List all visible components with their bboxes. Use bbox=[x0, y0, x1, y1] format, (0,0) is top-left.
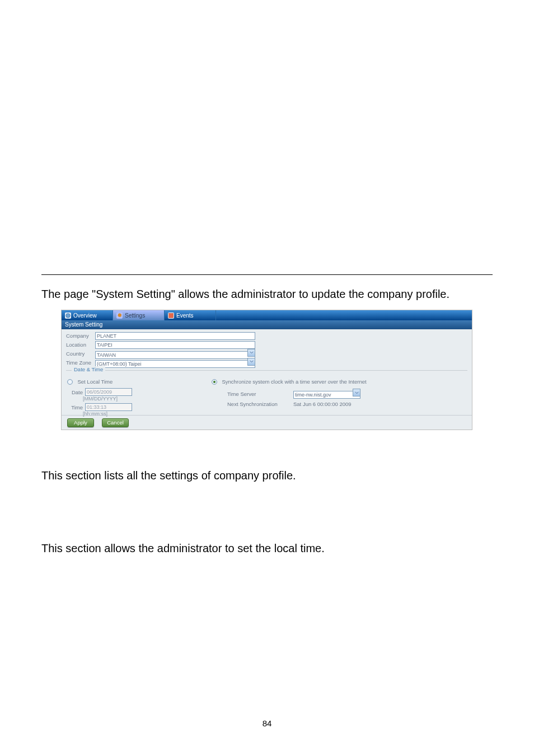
time-input[interactable] bbox=[85, 403, 132, 411]
timezone-label: Time Zone bbox=[66, 360, 95, 366]
intro-paragraph: The page "System Setting" allows the adm… bbox=[41, 288, 493, 301]
next-sync-value: Sat Jun 6 00:00:00 2009 bbox=[293, 401, 352, 407]
tab-label: Overview bbox=[73, 312, 97, 319]
svg-rect-1 bbox=[169, 313, 174, 318]
tab-events[interactable]: Events bbox=[165, 310, 216, 320]
tab-label: Events bbox=[176, 312, 194, 319]
set-local-time-radio[interactable] bbox=[67, 379, 73, 385]
local-time-section-text: This section allows the administrator to… bbox=[41, 542, 325, 555]
cancel-button[interactable]: Cancel bbox=[102, 418, 129, 427]
date-label: Date bbox=[67, 389, 83, 395]
location-input[interactable] bbox=[95, 341, 255, 349]
tab-overview[interactable]: Overview bbox=[62, 310, 113, 320]
company-label: Company bbox=[66, 333, 95, 339]
date-time-fieldset: Date & Time bbox=[66, 370, 467, 371]
location-label: Location bbox=[66, 342, 95, 348]
settings-panel: Company Location Country Time Zone Date … bbox=[62, 329, 472, 415]
sync-internet-radio[interactable] bbox=[212, 379, 217, 385]
overview-icon bbox=[65, 312, 71, 319]
apply-button[interactable]: Apply bbox=[67, 418, 94, 427]
date-format-hint: [MM/DD/YYYY] bbox=[83, 396, 212, 402]
next-sync-label: Next Synchronization bbox=[227, 401, 293, 407]
events-icon bbox=[168, 312, 174, 319]
time-server-select[interactable] bbox=[293, 391, 360, 399]
button-bar: Apply Cancel bbox=[62, 415, 472, 430]
page-number: 84 bbox=[0, 718, 534, 728]
date-time-legend: Date & Time bbox=[72, 366, 105, 372]
time-label: Time bbox=[67, 404, 83, 410]
system-setting-screenshot: Overview Settings Events System Setting … bbox=[61, 310, 472, 430]
subtab-system-setting: System Setting bbox=[62, 320, 472, 329]
tab-label: Settings bbox=[125, 312, 145, 319]
chevron-down-icon[interactable] bbox=[247, 358, 255, 366]
sync-internet-label: Synchronize system clock with a time ser… bbox=[222, 379, 366, 385]
date-input[interactable] bbox=[85, 388, 132, 396]
timezone-select[interactable] bbox=[95, 360, 255, 368]
tab-settings[interactable]: Settings bbox=[113, 310, 165, 320]
time-format-hint: [hh:mm:ss] bbox=[83, 411, 212, 417]
set-local-time-label: Set Local Time bbox=[77, 379, 113, 385]
company-profile-section-text: This section lists all the settings of c… bbox=[41, 469, 296, 482]
settings-icon bbox=[116, 312, 123, 319]
horizontal-rule bbox=[41, 274, 493, 275]
chevron-down-icon[interactable] bbox=[353, 389, 360, 396]
company-input[interactable] bbox=[95, 332, 255, 340]
tab-bar: Overview Settings Events bbox=[62, 310, 472, 320]
chevron-down-icon[interactable] bbox=[247, 349, 255, 357]
time-server-label: Time Server bbox=[227, 391, 293, 397]
country-label: Country bbox=[66, 351, 95, 357]
svg-point-0 bbox=[66, 313, 71, 318]
